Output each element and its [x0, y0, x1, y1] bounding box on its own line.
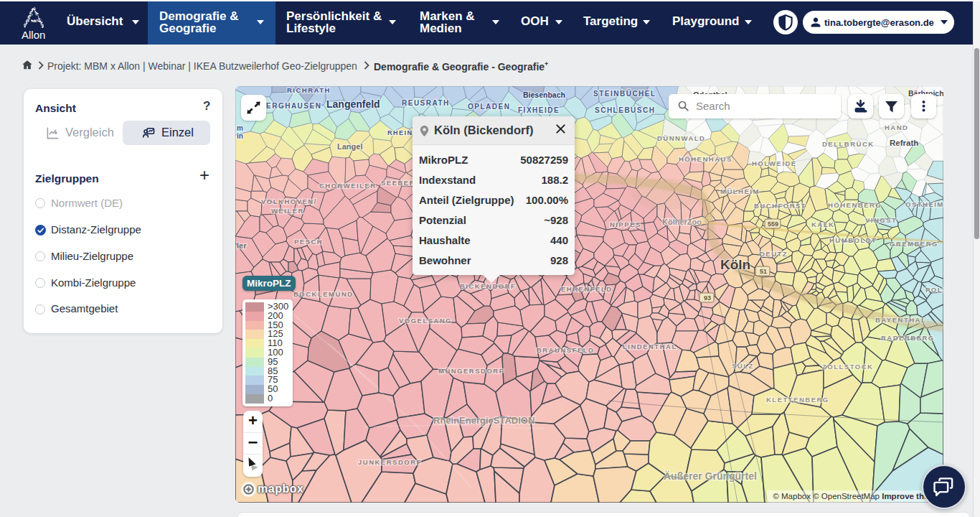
svg-text:KLETTENBERG: KLETTENBERG	[766, 396, 829, 404]
svg-text:VOGELSANG: VOGELSANG	[399, 317, 452, 325]
svg-text:SÜLZ: SÜLZ	[732, 362, 754, 370]
svg-text:GREMBERG: GREMBERG	[890, 240, 938, 248]
svg-text:RHEIN: RHEIN	[387, 129, 413, 136]
svg-text:Langel: Langel	[337, 142, 362, 151]
svg-text:DELLBRÜCK: DELLBRÜCK	[822, 140, 875, 148]
svg-text:WEILER: WEILER	[271, 207, 304, 215]
svg-text:EHRENFELD: EHRENFELD	[561, 285, 613, 293]
svg-text:RheinEnergieSTADION: RheinEnergieSTADION	[433, 415, 534, 426]
svg-text:OPLADEN: OPLADEN	[468, 103, 510, 111]
svg-text:REUSRATH: REUSRATH	[402, 99, 450, 107]
svg-text:RADERBERG: RADERBERG	[881, 334, 935, 342]
svg-text:m: m	[237, 124, 243, 132]
svg-text:RICHRATH: RICHRATH	[287, 86, 331, 94]
svg-text:93: 93	[704, 294, 711, 302]
svg-text:BICKENDORF: BICKENDORF	[460, 282, 516, 290]
svg-text:HÖHENBERG: HÖHENBERG	[828, 201, 882, 209]
svg-text:POLL: POLL	[925, 286, 943, 294]
svg-text:PESCH: PESCH	[294, 238, 323, 246]
svg-text:OSTHEIM: OSTHEIM	[905, 200, 943, 208]
svg-text:NIPPES: NIPPES	[610, 220, 641, 228]
svg-text:FIXHEIDE: FIXHEIDE	[518, 106, 560, 114]
svg-text:MÜLHEIM: MÜLHEIM	[720, 187, 760, 195]
svg-text:SCHLEBUSCH: SCHLEBUSCH	[595, 106, 655, 114]
svg-text:in: in	[237, 132, 243, 140]
svg-text:DEUTZ: DEUTZ	[760, 250, 788, 258]
svg-text:HÖHENHAUS: HÖHENHAUS	[679, 155, 732, 163]
svg-text:HUMBOLDT: HUMBOLDT	[829, 236, 877, 244]
svg-text:STEINBÜCHEL: STEINBÜCHEL	[593, 89, 656, 98]
svg-text:Köln: Köln	[720, 257, 750, 272]
svg-text:MÜNGERSDORF: MÜNGERSDORF	[438, 367, 504, 375]
svg-text:HOLWEIDE: HOLWEIDE	[752, 159, 797, 167]
svg-text:JUNKERSDORF: JUNKERSDORF	[358, 458, 422, 466]
svg-text:ERGHAUSEN: ERGHAUSEN	[266, 102, 321, 110]
svg-text:ZOLLSTOCK: ZOLLSTOCK	[822, 363, 873, 371]
svg-text:Refrath: Refrath	[890, 139, 918, 147]
svg-text:BUCHFORST: BUCHFORST	[754, 202, 806, 210]
svg-text:LINDENTHAL: LINDENTHAL	[623, 343, 677, 350]
svg-text:Biesenbach: Biesenbach	[523, 90, 565, 99]
svg-text:SEEBER: SEEBER	[381, 179, 415, 187]
svg-text:Äußerer Grüngürtel: Äußerer Grüngürtel	[664, 470, 757, 482]
svg-text:ler: ler	[237, 241, 247, 250]
svg-text:KALK: KALK	[811, 220, 834, 228]
svg-text:DÜNNWALD: DÜNNWALD	[657, 134, 705, 142]
svg-text:Langenfeld: Langenfeld	[326, 98, 380, 110]
svg-text:VINGST: VINGST	[865, 216, 897, 224]
svg-text:CHORWEILER: CHORWEILER	[319, 182, 377, 190]
svg-text:VOLKHOVEN/: VOLKHOVEN/	[261, 197, 317, 205]
svg-text:559: 559	[768, 220, 778, 228]
svg-text:BAYENTHAL: BAYENTHAL	[875, 316, 926, 324]
svg-text:HAND: HAND	[885, 124, 908, 131]
svg-text:51: 51	[760, 268, 767, 275]
svg-text:BRAUNSFELD: BRAUNSFELD	[537, 346, 594, 354]
svg-text:BOCKLEMÜND: BOCKLEMÜND	[293, 290, 354, 298]
svg-text:KölnerZoo: KölnerZoo	[662, 218, 702, 226]
